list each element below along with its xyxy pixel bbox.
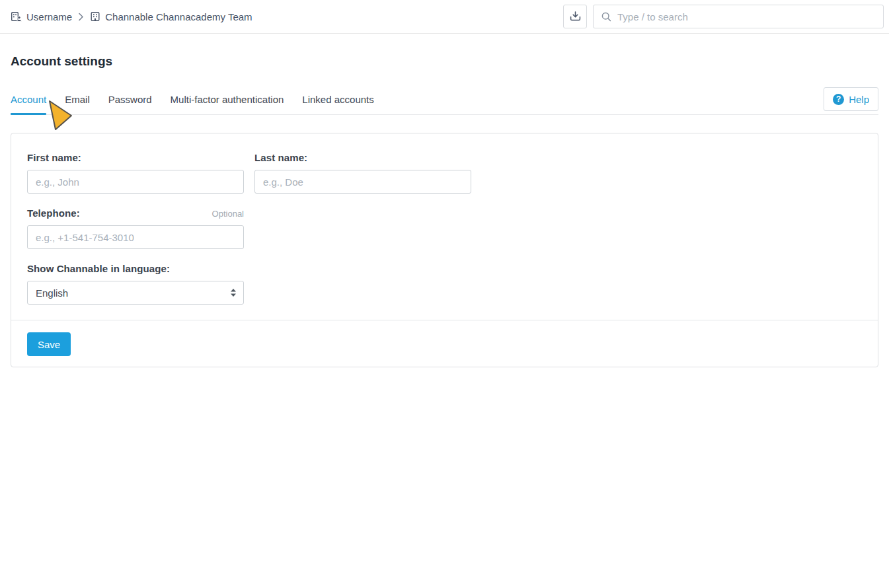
language-label: Show Channable in language:	[27, 263, 170, 274]
breadcrumb: Username Channable Channacademy Team	[11, 11, 252, 22]
topbar-actions	[563, 5, 884, 28]
tab-email[interactable]: Email	[65, 84, 90, 114]
breadcrumb-username[interactable]: Username	[26, 11, 72, 22]
telephone-row: Telephone: Optional	[27, 207, 862, 249]
account-form: First name: Last name: Telephone: Option…	[11, 133, 878, 320]
help-button-label: Help	[849, 94, 869, 105]
topbar: Username Channable Channacademy Team	[0, 0, 889, 34]
telephone-field: Telephone: Optional	[27, 207, 244, 249]
first-name-field: First name:	[27, 152, 244, 194]
tab-multi-factor-authentication[interactable]: Multi-factor authentication	[171, 84, 284, 114]
chevron-right-icon	[78, 13, 84, 21]
help-button[interactable]: ? Help	[824, 87, 878, 111]
first-name-label: First name:	[27, 152, 81, 163]
last-name-input[interactable]	[254, 170, 471, 194]
telephone-input[interactable]	[27, 225, 244, 249]
download-icon	[569, 11, 582, 22]
language-field: Show Channable in language: English	[27, 263, 244, 305]
download-button[interactable]	[563, 5, 587, 28]
breadcrumb-team[interactable]: Channable Channacademy Team	[105, 11, 252, 22]
first-name-input[interactable]	[27, 170, 244, 194]
building-icon	[90, 11, 100, 22]
card-footer: Save	[11, 320, 878, 367]
search-icon	[601, 11, 612, 22]
last-name-label: Last name:	[254, 152, 307, 163]
main-content: Account settings Account Email Password …	[0, 54, 889, 367]
name-fields-row: First name: Last name:	[27, 152, 862, 194]
save-button[interactable]: Save	[27, 332, 71, 356]
company-user-icon	[11, 11, 22, 22]
last-name-field: Last name:	[254, 152, 471, 194]
language-row: Show Channable in language: English	[27, 263, 862, 305]
tab-bar: Account Email Password Multi-factor auth…	[11, 84, 878, 115]
question-mark-icon: ?	[833, 94, 844, 105]
optional-badge: Optional	[212, 209, 244, 219]
tab-account[interactable]: Account	[11, 84, 46, 114]
page-title: Account settings	[11, 54, 878, 69]
account-settings-card: First name: Last name: Telephone: Option…	[11, 133, 878, 367]
tab-linked-accounts[interactable]: Linked accounts	[302, 84, 373, 114]
search-input[interactable]	[617, 11, 876, 22]
search-box	[593, 5, 884, 28]
language-select[interactable]: English	[27, 281, 244, 305]
telephone-label: Telephone:	[27, 207, 80, 219]
tab-password[interactable]: Password	[108, 84, 152, 114]
